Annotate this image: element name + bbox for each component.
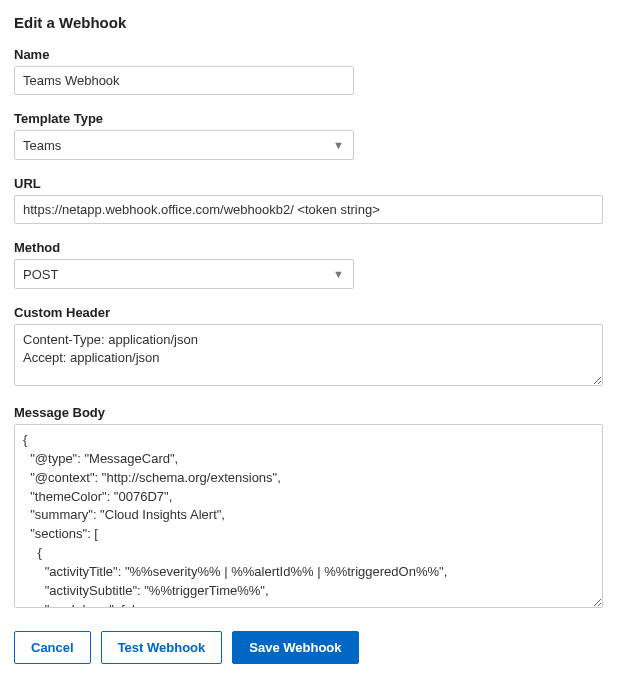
cancel-button[interactable]: Cancel bbox=[14, 631, 91, 664]
name-input[interactable] bbox=[14, 66, 354, 95]
url-label: URL bbox=[14, 176, 603, 191]
custom-header-field: Custom Header bbox=[14, 305, 603, 389]
template-type-field: Template Type Teams ▼ bbox=[14, 111, 603, 160]
button-row: Cancel Test Webhook Save Webhook bbox=[14, 631, 603, 664]
method-field: Method POST ▼ bbox=[14, 240, 603, 289]
url-field: URL bbox=[14, 176, 603, 224]
message-body-textarea[interactable] bbox=[14, 424, 603, 608]
custom-header-textarea[interactable] bbox=[14, 324, 603, 386]
save-webhook-button[interactable]: Save Webhook bbox=[232, 631, 358, 664]
name-label: Name bbox=[14, 47, 603, 62]
custom-header-label: Custom Header bbox=[14, 305, 603, 320]
method-select[interactable]: POST bbox=[14, 259, 354, 289]
message-body-field: Message Body bbox=[14, 405, 603, 611]
url-input[interactable] bbox=[14, 195, 603, 224]
template-type-label: Template Type bbox=[14, 111, 603, 126]
name-field: Name bbox=[14, 47, 603, 95]
method-label: Method bbox=[14, 240, 603, 255]
test-webhook-button[interactable]: Test Webhook bbox=[101, 631, 223, 664]
message-body-label: Message Body bbox=[14, 405, 603, 420]
template-type-select[interactable]: Teams bbox=[14, 130, 354, 160]
page-title: Edit a Webhook bbox=[14, 14, 603, 31]
